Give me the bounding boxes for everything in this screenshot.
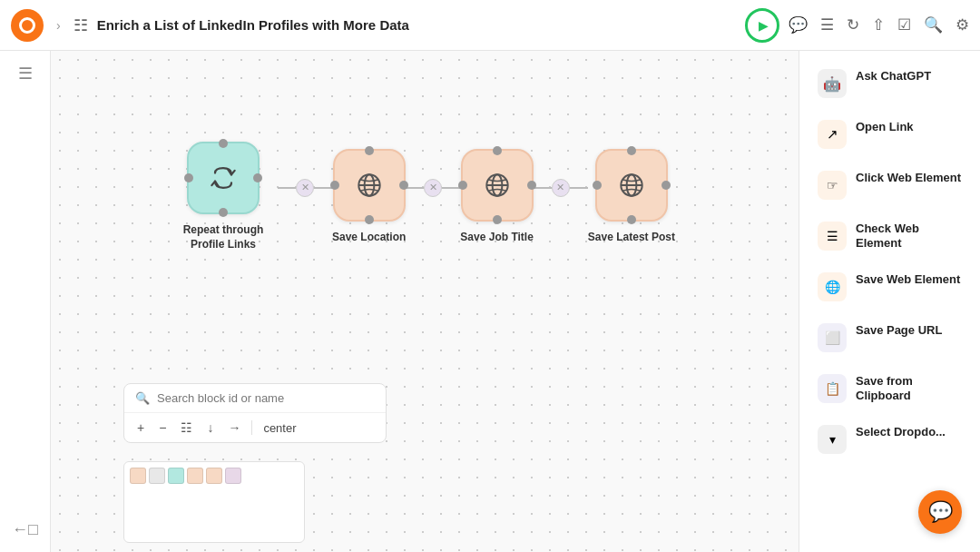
node-dot-left[interactable]	[184, 173, 193, 182]
open-link-icon: ↗	[818, 120, 847, 149]
mini-toolbar: 🔍 + − ☷ ↓ → center	[123, 383, 387, 443]
conn-line	[278, 187, 296, 189]
menu-icon[interactable]: ☰	[18, 64, 33, 84]
node-dot-right[interactable]	[253, 173, 262, 182]
node-dot-left[interactable]	[593, 181, 602, 190]
select-dropdown-label: Select Dropdo...	[856, 425, 946, 439]
mini-preview	[123, 461, 305, 543]
select-dropdown-icon: ▾	[818, 425, 847, 454]
node-dot-bottom[interactable]	[365, 215, 374, 224]
header: › ☷ Enrich a List of LinkedIn Profiles w…	[0, 0, 980, 51]
repeat-icon	[207, 162, 240, 194]
breadcrumb-chevron[interactable]: ›	[53, 15, 64, 36]
open-link-label: Open Link	[856, 120, 914, 134]
share-icon[interactable]: ⇧	[872, 15, 885, 34]
doc-icon[interactable]: ☷	[74, 15, 88, 35]
panel-item-save-web-element[interactable]: 🌐 Save Web Element	[805, 263, 975, 310]
panel-item-save-from-clipboard[interactable]: 📋 Save from Clipboard	[805, 365, 975, 412]
conn-line	[406, 187, 424, 189]
node-save-location[interactable]: Save Location	[332, 149, 406, 245]
mini-block	[130, 468, 146, 484]
comment-icon[interactable]: 💬	[789, 15, 808, 34]
panel-item-text: Open Link	[856, 120, 914, 134]
play-button[interactable]	[745, 8, 779, 43]
check-web-element-icon: ☰	[818, 222, 847, 251]
panel-item-text: Select Dropdo...	[856, 425, 946, 439]
mini-block	[168, 468, 184, 484]
node-dot-right[interactable]	[527, 181, 536, 190]
node-dot-top[interactable]	[219, 139, 228, 148]
left-sidebar: ☰ ←□	[0, 51, 51, 552]
zoom-out-button[interactable]: −	[155, 419, 170, 437]
history-icon[interactable]: ↻	[847, 15, 859, 34]
globe-icon	[615, 169, 648, 202]
panel-item-save-page-url[interactable]: ⬜ Save Page URL	[805, 314, 975, 361]
search-icon[interactable]: 🔍	[924, 15, 943, 34]
save-latest-post-node[interactable]	[595, 149, 668, 222]
panel-item-text: Ask ChatGPT	[856, 69, 931, 84]
ask-chatgpt-icon: 🤖	[818, 69, 847, 98]
save-from-clipboard-label: Save from Clipboard	[856, 374, 962, 402]
click-web-element-icon: ☞	[818, 171, 847, 200]
node-dot-top[interactable]	[493, 146, 502, 155]
repeat-node[interactable]	[187, 142, 260, 214]
save-location-node[interactable]	[333, 149, 406, 222]
connector-3: ✕	[534, 179, 588, 197]
mini-block	[149, 468, 165, 484]
conn-line	[534, 187, 552, 189]
node-dot-bottom[interactable]	[493, 215, 502, 224]
panel-item-text: Save from Clipboard	[856, 374, 962, 402]
globe-icon	[353, 169, 386, 202]
right-panel: 🤖 Ask ChatGPT ↗ Open Link ☞ Click Web El…	[799, 51, 980, 552]
search-icon: 🔍	[135, 391, 150, 405]
toolbar-divider	[251, 420, 252, 435]
node-dot-bottom[interactable]	[627, 215, 636, 224]
node-repeat[interactable]: Repeat through Profile Links	[169, 142, 278, 251]
mini-block	[225, 468, 241, 484]
node-save-job-title[interactable]: Save Job Title	[460, 149, 533, 245]
node-dot-right[interactable]	[399, 181, 408, 190]
header-icons: 💬 ☰ ↻ ⇧ ☑ 🔍 ⚙	[789, 15, 969, 34]
panel-item-select-dropdown[interactable]: ▾ Select Dropdo...	[805, 416, 975, 463]
connector-1: ✕	[278, 179, 332, 197]
ask-chatgpt-label: Ask ChatGPT	[856, 69, 931, 84]
panel-item-check-web-element[interactable]: ☰ Check Web Element	[805, 212, 975, 260]
node-dot-bottom[interactable]	[219, 208, 228, 217]
canvas[interactable]: Repeat through Profile Links ✕	[51, 51, 799, 552]
settings-icon[interactable]: ⚙	[956, 15, 969, 34]
panel-item-click-web-element[interactable]: ☞ Click Web Element	[805, 162, 975, 209]
connector-x-btn-2[interactable]: ✕	[424, 179, 442, 197]
node-save-latest-post[interactable]: Save Latest Post	[588, 149, 675, 245]
save-web-element-label: Save Web Element	[856, 272, 960, 287]
workflow: Repeat through Profile Links ✕	[169, 142, 675, 251]
panel-item-open-link[interactable]: ↗ Open Link	[805, 111, 975, 158]
search-input[interactable]	[157, 391, 375, 405]
exit-icon[interactable]: ←□	[12, 520, 38, 539]
save-web-element-icon: 🌐	[818, 272, 847, 301]
save-job-title-node[interactable]	[461, 149, 534, 222]
node-dot-left[interactable]	[330, 181, 339, 190]
save-from-clipboard-icon: 📋	[818, 374, 847, 403]
chat-button[interactable]: 💬	[918, 490, 962, 534]
mini-block	[187, 468, 203, 484]
list-icon[interactable]: ☰	[820, 15, 834, 34]
connector-x-btn-1[interactable]: ✕	[296, 179, 314, 197]
node-dot-left[interactable]	[458, 181, 467, 190]
connector-x-btn-3[interactable]: ✕	[552, 179, 570, 197]
toolbar-buttons-row: + − ☷ ↓ → center	[124, 413, 386, 442]
grid-button[interactable]: ☷	[177, 419, 196, 437]
arrow-down-button[interactable]: ↓	[203, 419, 217, 437]
click-web-element-label: Click Web Element	[856, 171, 961, 185]
check-circle-icon[interactable]: ☑	[897, 15, 911, 34]
panel-item-ask-chatgpt[interactable]: 🤖 Ask ChatGPT	[805, 60, 975, 107]
check-web-element-label: Check Web Element	[856, 222, 962, 250]
logo[interactable]	[11, 9, 44, 42]
search-row: 🔍	[124, 384, 386, 413]
panel-item-text: Save Web Element	[856, 272, 960, 287]
node-dot-top[interactable]	[627, 146, 636, 155]
arrow-right-button[interactable]: →	[224, 419, 244, 437]
node-dot-top[interactable]	[365, 146, 374, 155]
node-dot-right[interactable]	[662, 181, 671, 190]
zoom-in-button[interactable]: +	[133, 419, 148, 437]
main-layout: ☰ ←□ R	[0, 51, 980, 552]
